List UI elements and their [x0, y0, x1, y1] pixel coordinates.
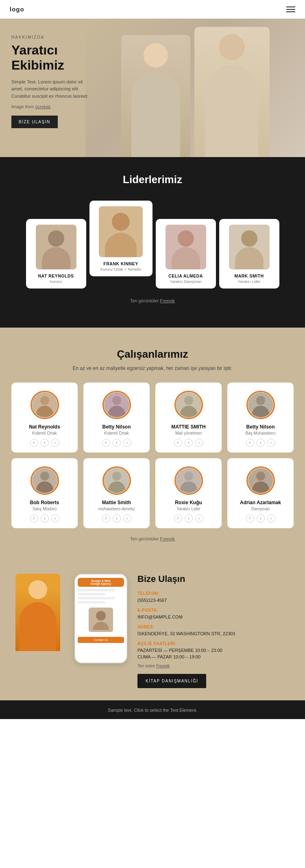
leader-card-nat: NAT REYNOLDS Kurucu	[26, 219, 86, 289]
emp-card-3: Betty Nilson Baş Muhasebeci f t i	[227, 383, 294, 453]
twitter-icon-1[interactable]: t	[113, 439, 121, 447]
contact-freepik-link[interactable]: Freepik	[156, 664, 170, 668]
facebook-icon-4[interactable]: f	[30, 514, 38, 523]
hero-description: Simple Text. Lorem ipsum dolor sit amet,…	[11, 79, 93, 100]
leader-role-frank: Kurucu Ortak + Temsilci	[94, 267, 148, 271]
emp-avatar-3	[246, 391, 275, 419]
emp-name-5: Mattie Smith	[87, 500, 146, 505]
leaders-freepik-link[interactable]: Freepik	[160, 298, 175, 303]
contact-cta-button[interactable]: KİTAP DANIŞMANLIĞI	[137, 674, 206, 688]
emp-card-7: Adrian Azarlamak Danışman f t i	[227, 458, 294, 528]
emp-role-0: Kıdemli Ortak	[15, 431, 74, 435]
emp-card-5: Mattie Smith muhasebeci-denetçi f t i	[83, 458, 150, 528]
contact-email-item: E-POSTA: INFO@SAMPLE.COM	[137, 607, 294, 620]
facebook-icon-2[interactable]: f	[174, 439, 182, 447]
leader-role-celia: Yaratıcı Danışman	[160, 279, 212, 284]
hamburger-button[interactable]	[286, 7, 295, 12]
emp-social-7: f t i	[231, 514, 290, 523]
leader-name-mark: MARK SMITH	[223, 273, 275, 278]
leaders-grid: NAT REYNOLDS Kurucu FRANK KINNEY Kurucu …	[11, 201, 294, 289]
navbar: logo	[0, 0, 305, 19]
leader-photo-frank	[99, 206, 143, 257]
contact-phone-mockup: Design & WebDesign Agency Contact Us	[72, 574, 129, 663]
twitter-icon-6[interactable]: t	[185, 514, 193, 523]
employees-subtitle: En az ve en az maliyetle egzersiz yapmak…	[11, 365, 294, 371]
facebook-icon-1[interactable]: f	[102, 439, 110, 447]
leader-name-frank: FRANK KINNEY	[94, 261, 148, 266]
instagram-icon-4[interactable]: i	[51, 514, 59, 523]
emp-role-3: Baş Muhasebeci	[231, 431, 290, 435]
emp-avatar-1	[102, 391, 131, 419]
employees-grid-bottom: Bob Roberts Satış Müdürü f t i Mattie Sm…	[11, 458, 294, 528]
emp-card-2: MATTIE SMITH Mali yönetmen f t i	[155, 383, 222, 453]
employees-title: Çalışanlarımız	[11, 348, 294, 361]
contact-image-credit: Ten resim Freepik	[137, 664, 294, 668]
instagram-icon-1[interactable]: i	[123, 439, 131, 447]
leader-card-frank: FRANK KINNEY Kurucu Ortak + Temsilci	[89, 201, 152, 276]
contact-email-label: E-POSTA:	[137, 608, 158, 612]
leader-name-celia: CELIA ALMEDA	[160, 273, 212, 278]
contact-section: Design & WebDesign Agency Contact Us Biz…	[0, 558, 305, 700]
employees-freepik-link[interactable]: Freepik	[160, 536, 175, 541]
twitter-icon-2[interactable]: t	[185, 439, 193, 447]
hero-section: HAKKIMIZDA Yaratıcı Ekibimiz Simple Text…	[0, 19, 305, 157]
twitter-icon-4[interactable]: t	[41, 514, 49, 523]
emp-role-5: muhasebeci-denetçi	[87, 507, 146, 511]
emp-name-3: Betty Nilson	[231, 424, 290, 430]
phone-header: Design & WebDesign Agency	[78, 578, 124, 587]
hero-label: HAKKIMIZDA	[11, 35, 93, 39]
emp-avatar-6	[174, 466, 203, 495]
contact-address-item: ADRES: İSKENDERİYE, 32 WASHINGTORN STR, …	[137, 623, 294, 637]
emp-card-0: Nat Reynolds Kıdemli Ortak f t i	[11, 383, 78, 453]
emp-role-2: Mali yönetmen	[159, 431, 218, 435]
emp-avatar-5	[102, 466, 131, 495]
contact-phone-value: (555)123-4567	[137, 598, 167, 603]
emp-name-4: Bob Roberts	[15, 500, 74, 505]
emp-avatar-2	[174, 391, 203, 419]
emp-social-4: f t i	[15, 514, 74, 523]
emp-role-4: Satış Müdürü	[15, 507, 74, 511]
contact-phone-item: TELEFON: (555)123-4567	[137, 590, 294, 603]
leader-name-nat: NAT REYNOLDS	[30, 273, 82, 278]
contact-address-value: İSKENDERİYE, 32 WASHINGTORN STR, 22303	[137, 631, 235, 636]
leader-card-celia: CELIA ALMEDA Yaratıcı Danışman	[156, 219, 216, 289]
twitter-icon-0[interactable]: t	[41, 439, 49, 447]
instagram-icon-2[interactable]: i	[195, 439, 203, 447]
hero-cta-button[interactable]: BİZE ULAŞIN	[11, 116, 58, 128]
instagram-icon-0[interactable]: i	[51, 439, 59, 447]
facebook-icon-6[interactable]: f	[174, 514, 182, 523]
twitter-icon-5[interactable]: t	[113, 514, 121, 523]
twitter-icon-7[interactable]: t	[257, 514, 265, 523]
emp-name-0: Nat Reynolds	[15, 424, 74, 430]
emp-role-7: Danışman	[231, 507, 290, 511]
instagram-icon-6[interactable]: i	[195, 514, 203, 523]
leaders-title: Liderlerimiz	[11, 173, 294, 186]
contact-hours-label: AÇILIŞ SAATLERİ:	[137, 641, 176, 646]
emp-avatar-4	[30, 466, 59, 495]
contact-hours-line1: PAZARTESİ — PERŞEMBE 10:00 – 23:00	[137, 648, 222, 653]
facebook-icon-5[interactable]: f	[102, 514, 110, 523]
instagram-icon-7[interactable]: i	[267, 514, 275, 523]
contact-hours-line2: CUMA — PAZAR 10:00 – 19:00	[137, 654, 200, 659]
leader-role-mark: Yaratıcı Lider	[223, 279, 275, 284]
instagram-icon-3[interactable]: i	[267, 439, 275, 447]
emp-social-2: f t i	[159, 439, 218, 447]
instagram-icon-5[interactable]: i	[123, 514, 131, 523]
emp-social-1: f t i	[87, 439, 146, 447]
leader-role-nat: Kurucu	[30, 279, 82, 284]
emp-role-1: Kıdemli Ortak	[87, 431, 146, 435]
facebook-icon-7[interactable]: f	[246, 514, 254, 523]
emp-avatar-0	[30, 391, 59, 419]
twitter-icon-3[interactable]: t	[257, 439, 265, 447]
emp-social-0: f t i	[15, 439, 74, 447]
hero-image-credit: Image from ücretsiz	[11, 104, 93, 109]
contact-image-left	[11, 574, 64, 651]
emp-card-1: Betty Nilson Kıdemli Ortak f t i	[83, 383, 150, 453]
emp-card-4: Bob Roberts Satış Müdürü f t i	[11, 458, 78, 528]
leader-card-mark: MARK SMITH Yaratıcı Lider	[219, 219, 279, 289]
facebook-icon-3[interactable]: f	[246, 439, 254, 447]
leader-photo-mark	[229, 225, 270, 269]
facebook-icon-0[interactable]: f	[30, 439, 38, 447]
phone-mock-button[interactable]: Contact Us	[78, 637, 124, 643]
phone-mock-image	[89, 608, 113, 632]
